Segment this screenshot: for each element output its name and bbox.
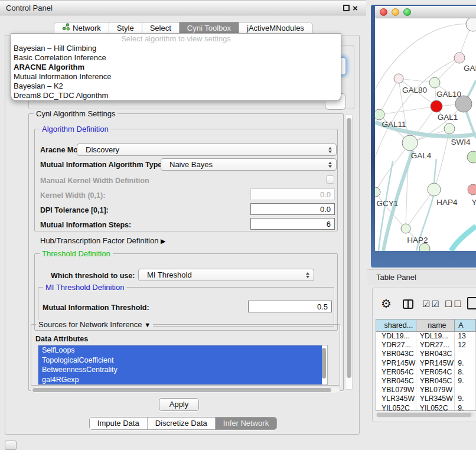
network-node[interactable] — [394, 74, 403, 83]
network-node[interactable] — [431, 100, 442, 112]
algorithm-option-aracne-algorithm[interactable]: ARACNE Algorithm — [11, 63, 341, 72]
network-edge[interactable] — [379, 79, 399, 115]
data-attribute-item[interactable]: TopologicalCoefficient — [38, 356, 322, 366]
settings-horizontal-scrollbar[interactable] — [31, 387, 340, 393]
aracne-mode-value: Discovery — [86, 144, 119, 155]
minimize-traffic-light[interactable] — [392, 8, 399, 16]
attribute-items: SelfLoopsTopologicalCoefficientBetweenne… — [38, 345, 327, 384]
mi-type-combo[interactable]: Naive Bayes — [161, 158, 337, 171]
table-row[interactable]: YDL19...YDL19...13 — [376, 332, 476, 341]
network-node[interactable] — [454, 53, 465, 63]
table-cell: 8. — [455, 368, 476, 377]
network-graph[interactable]: GAL80GAL10GAL1GAL11SWI4GAL4GCY1HAP4YHAP2… — [375, 18, 476, 251]
network-node[interactable] — [375, 187, 380, 197]
which-threshold-combo[interactable]: MI Threshold — [138, 269, 314, 281]
algorithm-option-bayesian-k2[interactable]: Bayesian – K2 — [11, 81, 341, 91]
table-cell: YLR345W — [416, 394, 455, 403]
data-attribute-item[interactable]: BetweennessCentrality — [38, 365, 322, 375]
table-row[interactable]: YER054CYER054C8. — [376, 368, 476, 377]
apply-button[interactable]: Apply — [159, 398, 199, 411]
data-attributes-label: Data Attributes — [35, 335, 88, 343]
node-label: HAP2 — [407, 236, 428, 244]
gear-icon[interactable]: ⚙ — [381, 297, 392, 310]
table-row[interactable]: YLR345WYLR345W9. — [376, 394, 476, 403]
bottom-tab-impute-data[interactable]: Impute Data — [90, 418, 147, 429]
float-window-icon[interactable] — [343, 5, 350, 11]
scrollbar-thumb[interactable] — [32, 388, 331, 392]
network-node[interactable] — [429, 77, 440, 88]
mi-threshold-field[interactable] — [248, 301, 332, 312]
network-node[interactable] — [402, 135, 418, 151]
table-row[interactable]: YBR045CYBR045C9. — [376, 377, 476, 386]
column-header-shared[interactable]: shared... — [376, 319, 416, 331]
close-icon[interactable]: × — [353, 1, 358, 15]
network-node[interactable] — [444, 123, 455, 134]
network-edge[interactable] — [376, 143, 410, 192]
network-node[interactable] — [428, 183, 441, 196]
list-scrollbar[interactable] — [322, 347, 327, 384]
tab-jactivemnodules[interactable]: jActiveMNodules — [239, 22, 312, 34]
file-icon[interactable] — [467, 297, 476, 309]
columns-icon[interactable] — [403, 299, 413, 309]
scrollbar-thumb[interactable] — [347, 118, 351, 378]
tab-network[interactable]: Network — [54, 22, 109, 34]
tab-jactivemnodules-label: jActiveMNodules — [247, 22, 304, 34]
network-node[interactable] — [467, 151, 476, 163]
network-canvas[interactable]: GAL80GAL10GAL1GAL11SWI4GAL4GCY1HAP4YHAP2… — [375, 18, 476, 251]
control-panel-titlebar: Control Panel × — [0, 0, 366, 15]
network-node[interactable] — [468, 184, 476, 195]
network-node[interactable] — [401, 224, 410, 233]
collapsed-panel-button[interactable] — [5, 441, 17, 450]
algorithm-definition-title: Algorithm Definition — [40, 125, 111, 133]
kernel-width-field[interactable] — [250, 188, 335, 200]
mi-threshold-definition-title: MI Threshold Definition — [43, 283, 126, 292]
hub-definition-toggle[interactable]: Hub/Transcription Factor Definition ▶ — [40, 236, 165, 245]
data-attribute-item[interactable]: SelfLoops — [38, 345, 322, 356]
scrollbar-thumb[interactable] — [322, 348, 326, 379]
tab-cyni-toolbox[interactable]: Cyni Toolbox — [179, 22, 239, 34]
network-node[interactable] — [375, 109, 384, 120]
table-row[interactable]: YDR27...YDR27...12 — [376, 341, 476, 350]
node-label: SWI4 — [451, 138, 470, 146]
tab-style[interactable]: Style — [109, 22, 142, 34]
table-cell: YER054C — [416, 368, 455, 377]
close-traffic-light[interactable] — [380, 8, 387, 16]
table-horizontal-scrollbar[interactable] — [376, 412, 474, 418]
data-attribute-item[interactable]: gal4RGexp — [38, 375, 322, 385]
bottom-tab-infer-network-label: Infer Network — [223, 418, 269, 429]
column-header-a[interactable]: A — [455, 319, 476, 331]
network-edge[interactable] — [379, 106, 436, 115]
node-label: GAL80 — [402, 86, 427, 94]
table-row[interactable]: YBR043CYBR043C — [376, 350, 476, 358]
aracne-mode-combo[interactable]: Discovery — [77, 144, 337, 156]
select-all-checkboxes-icon[interactable]: ☑☑ — [422, 299, 441, 309]
table-row[interactable]: YBL079WYBL079W — [376, 386, 476, 394]
manual-kernel-checkbox[interactable] — [326, 175, 334, 184]
deselect-all-checkboxes-icon[interactable]: ☐☐ — [445, 299, 463, 309]
table-cell: 12 — [455, 341, 476, 350]
which-threshold-value: MI Threshold — [147, 269, 192, 281]
table-row[interactable]: YPR145WYPR145W9. — [376, 359, 476, 368]
collapse-down-icon[interactable]: ▼ — [144, 321, 151, 328]
algorithm-option-bayesian-hill-climbing[interactable]: Bayesian – Hill Climbing — [11, 44, 341, 53]
zoom-traffic-light[interactable] — [403, 8, 411, 16]
mi-steps-field[interactable] — [250, 218, 335, 230]
table-cell: YDR27... — [376, 341, 416, 350]
bottom-tab-discretize-data[interactable]: Discretize Data — [147, 418, 215, 429]
scrollbar-thumb[interactable] — [377, 413, 471, 417]
algorithm-option-dream8-dc-tdc-algorithm[interactable]: Dream8 DC_TDC Algorithm — [11, 91, 341, 100]
manual-kernel-label: Manual Kernel Width Definition — [40, 177, 149, 185]
tab-style-label: Style — [117, 22, 134, 34]
dpi-tolerance-field[interactable] — [250, 203, 335, 215]
algorithm-option-mutual-information-inference[interactable]: Mutual Information Inference — [11, 72, 341, 81]
network-node[interactable] — [466, 18, 476, 31]
settings-vertical-scrollbar[interactable] — [345, 115, 353, 390]
network-window-titlebar[interactable] — [375, 6, 476, 18]
table-row[interactable]: YIL052CYIL052C9. — [376, 404, 476, 411]
bottom-tab-impute-data-label: Impute Data — [97, 418, 139, 429]
algorithm-option-basic-correlation-inference[interactable]: Basic Correlation Inference — [11, 53, 341, 63]
column-header-name[interactable]: name — [416, 319, 455, 331]
network-edge[interactable] — [451, 226, 476, 251]
tab-select[interactable]: Select — [142, 22, 179, 34]
bottom-tab-infer-network[interactable]: Infer Network — [215, 418, 276, 429]
